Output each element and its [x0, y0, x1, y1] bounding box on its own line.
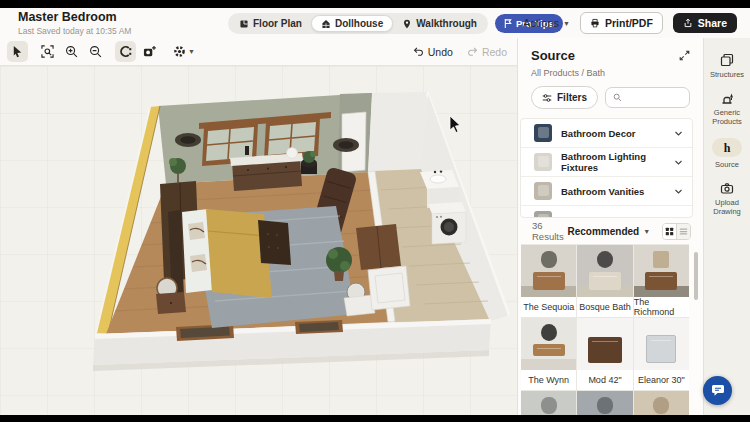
product-image — [634, 391, 689, 415]
zoom-selection-tool-button[interactable] — [37, 41, 58, 62]
category-bathroom-mirrors[interactable]: Bathroom Mirrors — [521, 206, 692, 218]
product-card-partial[interactable] — [577, 391, 632, 415]
chevron-down-icon: ▼ — [563, 20, 570, 27]
rail-label: Source — [715, 160, 739, 169]
tab-label: Dollhouse — [335, 18, 383, 29]
letterbox-top — [0, 0, 750, 8]
category-bathroom-lighting[interactable]: Bathroom Lighting Fixtures — [521, 148, 692, 177]
product-card-bosque-bath[interactable]: Bosque Bath — [577, 245, 632, 317]
product-image — [577, 245, 632, 297]
actions-label: Actions — [523, 17, 559, 29]
category-list: Bathroom Decor Bathroom Lighting Fixture… — [520, 118, 693, 218]
cursor-icon — [11, 45, 24, 58]
chevron-down-icon — [674, 187, 683, 196]
product-card-eleanor-30[interactable]: Eleanor 30" — [634, 318, 689, 390]
chat-icon — [711, 384, 725, 397]
product-card-mod-42[interactable]: Mod 42" — [577, 318, 632, 390]
category-label: Bathroom Lighting Fixtures — [561, 151, 665, 173]
tab-label: Walkthrough — [416, 18, 477, 29]
walkthrough-icon — [402, 19, 412, 29]
product-card-the-richmond[interactable]: The Richmond — [634, 245, 689, 317]
filters-button[interactable]: Filters — [531, 86, 598, 109]
zoom-to-selection-icon — [41, 45, 54, 58]
dollhouse-3d-canvas[interactable] — [0, 66, 517, 415]
search-input[interactable] — [627, 92, 682, 103]
chevron-down-icon: ▼ — [643, 228, 650, 235]
tab-dollhouse[interactable]: Dollhouse — [311, 15, 393, 32]
product-name: The Wynn — [521, 370, 576, 390]
rail-label: Generic Products — [704, 108, 750, 126]
view-mode-segmented-control: Floor Plan Dollhouse Walkthrough — [228, 13, 488, 34]
right-rail: Structures Generic Products h Source Upl… — [703, 38, 750, 415]
view-toggle — [662, 223, 691, 240]
product-image — [521, 245, 576, 297]
select-tool-button[interactable] — [7, 41, 28, 62]
category-thumbnail — [534, 182, 552, 200]
redo-icon — [467, 46, 478, 57]
rail-item-structures[interactable]: Structures — [704, 53, 750, 79]
rail-item-source[interactable]: h Source — [704, 138, 750, 169]
product-image — [634, 318, 689, 370]
source-h-logo-icon: h — [724, 142, 731, 154]
category-bathroom-decor[interactable]: Bathroom Decor — [521, 119, 692, 148]
product-grid: The Sequoia Bosque Bath The Richmond The… — [521, 244, 689, 415]
product-image — [521, 391, 576, 415]
grid-icon — [665, 227, 674, 236]
actions-menu-button[interactable]: Actions ▼ — [523, 17, 570, 29]
tab-walkthrough[interactable]: Walkthrough — [393, 15, 486, 32]
canvas-toolbar: ▼ Undo Redo — [0, 38, 517, 66]
print-pdf-label: Print/PDF — [605, 17, 653, 29]
category-bathroom-vanities[interactable]: Bathroom Vanities — [521, 177, 692, 206]
filters-label: Filters — [557, 92, 587, 103]
flag-icon — [504, 19, 512, 28]
search-box — [605, 87, 690, 108]
list-view-button[interactable] — [676, 224, 690, 239]
zoom-in-icon — [65, 45, 78, 58]
category-thumbnail — [534, 124, 552, 142]
source-panel-header: Source — [518, 38, 703, 65]
rail-item-upload-drawing[interactable]: Upload Drawing — [704, 181, 750, 216]
product-card-the-sequoia[interactable]: The Sequoia — [521, 245, 576, 317]
undo-button[interactable]: Undo — [413, 46, 453, 58]
zoom-out-icon — [89, 45, 102, 58]
canvas-column: ▼ Undo Redo — [0, 38, 517, 415]
category-thumbnail — [534, 211, 552, 218]
product-card-partial[interactable] — [521, 391, 576, 415]
source-panel: Source All Products / Bath Filters Bathr… — [517, 38, 703, 415]
generic-products-icon — [720, 91, 734, 105]
tab-floor-plan[interactable]: Floor Plan — [230, 15, 311, 32]
results-count: 36 Results — [532, 220, 568, 242]
share-icon — [683, 18, 693, 28]
settings-tool-button[interactable]: ▼ — [169, 41, 199, 62]
undo-label: Undo — [428, 46, 453, 58]
sort-dropdown[interactable]: Recommended ▼ — [568, 226, 651, 237]
last-saved-status: Last Saved today at 10:35 AM — [18, 26, 131, 36]
product-card-partial[interactable] — [634, 391, 689, 415]
grid-view-button[interactable] — [663, 224, 676, 239]
workspace: ▼ Undo Redo — [0, 38, 750, 415]
panel-scrollbar[interactable] — [694, 252, 698, 300]
orbit-camera-tool-button[interactable] — [115, 41, 136, 62]
zoom-out-tool-button[interactable] — [85, 41, 106, 62]
page-title: Master Bedroom — [18, 10, 131, 25]
breadcrumb: All Products / Bath — [518, 65, 703, 78]
chevron-down-icon — [674, 129, 683, 138]
category-label: Bathroom Decor — [561, 128, 665, 139]
snapshot-tool-button[interactable] — [139, 41, 160, 62]
print-pdf-button[interactable]: Print/PDF — [580, 12, 663, 34]
camera-add-icon — [143, 45, 156, 58]
project-title-block: Master Bedroom Last Saved today at 10:35… — [18, 10, 131, 36]
chevron-down-icon — [674, 158, 683, 167]
expand-panel-icon[interactable] — [679, 50, 690, 61]
header-actions: Actions ▼ Print/PDF Share — [523, 12, 737, 34]
redo-button[interactable]: Redo — [467, 46, 507, 58]
rail-item-generic-products[interactable]: Generic Products — [704, 91, 750, 126]
zoom-in-tool-button[interactable] — [61, 41, 82, 62]
redo-label: Redo — [482, 46, 507, 58]
chat-support-button[interactable] — [703, 376, 732, 405]
share-button[interactable]: Share — [673, 13, 737, 33]
share-label: Share — [698, 17, 727, 29]
product-name: The Sequoia — [521, 297, 576, 317]
product-card-the-wynn[interactable]: The Wynn — [521, 318, 576, 390]
gear-icon — [173, 45, 186, 58]
